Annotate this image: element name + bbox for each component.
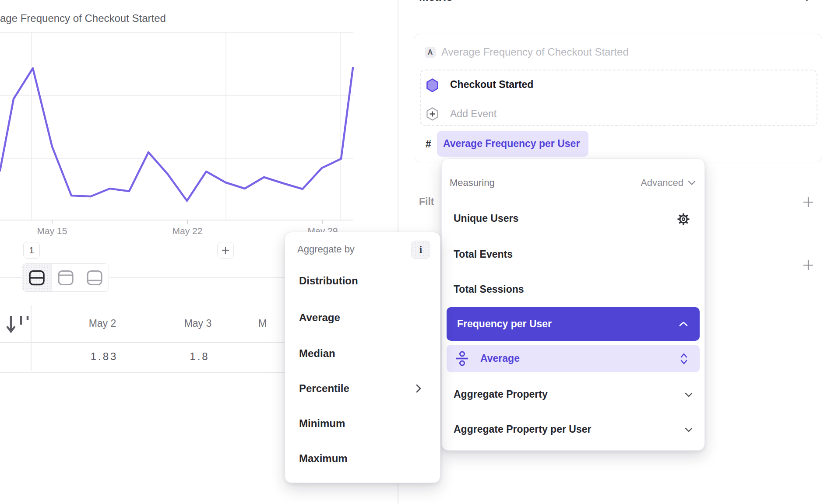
add-breakdown-button[interactable] — [803, 259, 814, 271]
menu-item-percentile[interactable]: Percentile — [299, 382, 349, 395]
chevron-down-icon[interactable] — [684, 392, 693, 398]
table-view-icon — [86, 270, 103, 286]
metric-card: A Average Frequency of Checkout Started … — [414, 34, 822, 162]
measuring-header: Measuring — [450, 177, 495, 189]
add-event-icon[interactable] — [426, 107, 439, 121]
chevron-right-icon — [416, 384, 422, 393]
split-view-icon — [28, 270, 45, 286]
add-metric-button[interactable] — [801, 0, 813, 2]
view-toggle-table[interactable] — [80, 264, 109, 291]
frequency-chart — [0, 0, 398, 238]
menu-item-frequency-per-user[interactable]: Frequency per User — [447, 307, 700, 341]
menu-item-maximum[interactable]: Maximum — [299, 452, 348, 465]
chevron-down-icon — [688, 180, 696, 186]
event-group-card: Checkout Started Add Event — [420, 70, 817, 126]
advanced-label: Advanced — [641, 177, 683, 189]
measurement-dropdown[interactable]: Average Frequency per User — [437, 131, 588, 157]
add-filter-button[interactable] — [803, 196, 814, 208]
table-cell-summary: 1.9 — [0, 350, 19, 363]
sort-descending-icon[interactable] — [4, 314, 32, 334]
menu-item-total-sessions[interactable]: Total Sessions — [454, 284, 524, 295]
table-header-may2[interactable]: May 2 — [53, 318, 152, 329]
x-tick-label: May 22 — [166, 226, 208, 236]
table-header-may3[interactable]: May 3 — [148, 318, 248, 329]
gear-icon[interactable] — [677, 213, 690, 226]
analytics-app: age Frequency of Checkout Started May 15… — [0, 0, 831, 504]
table-cell-may3: 1.8 — [150, 350, 250, 363]
menu-item-distribution[interactable]: Distribution — [299, 275, 358, 287]
selected-item-label: Frequency per User — [457, 318, 552, 330]
add-annotation-button[interactable] — [217, 242, 234, 259]
menu-item-aggregate-property[interactable]: Aggregate Property — [454, 388, 548, 400]
advanced-mode-toggle[interactable]: Advanced — [641, 177, 696, 189]
menu-item-average[interactable]: Average — [299, 312, 340, 324]
info-glyph: i — [419, 244, 422, 256]
view-toggle-split[interactable] — [22, 264, 51, 291]
table-column-divider — [31, 305, 32, 371]
filter-section-heading: Filt — [419, 196, 434, 208]
table-cell-may2: 1.83 — [54, 350, 154, 363]
view-toggle-group — [22, 263, 109, 292]
series-count-label: 1 — [29, 245, 34, 256]
event-hexagon-icon — [426, 78, 439, 92]
menu-item-minimum[interactable]: Minimum — [299, 417, 345, 430]
menu-item-total-events[interactable]: Total Events — [454, 248, 513, 260]
aggregate-by-header: Aggregate by — [297, 244, 355, 255]
view-toggle-chart[interactable] — [51, 264, 80, 291]
x-tick-label: May 15 — [31, 226, 73, 236]
chevron-down-icon[interactable] — [684, 427, 693, 433]
add-event-button[interactable]: Add Event — [450, 108, 496, 120]
metric-name-input[interactable]: Average Frequency of Checkout Started — [441, 46, 629, 58]
menu-item-aggregate-property-per-user[interactable]: Aggregate Property per User — [454, 424, 591, 435]
chart-view-icon — [57, 270, 74, 286]
menu-item-median[interactable]: Median — [299, 347, 335, 360]
plus-icon — [221, 246, 230, 255]
sub-item-label: Average — [480, 353, 520, 364]
frequency-line-series[interactable] — [0, 68, 353, 201]
measurement-label: Average Frequency per User — [443, 138, 580, 150]
event-name[interactable]: Checkout Started — [450, 79, 533, 91]
average-divide-icon — [455, 351, 469, 366]
chevron-up-icon — [679, 321, 688, 327]
metric-letter-badge: A — [425, 47, 436, 58]
chevron-up-down-icon — [680, 352, 688, 366]
measuring-dropdown-menu: Measuring Advanced Unique Users Total Ev… — [441, 158, 705, 451]
info-icon[interactable]: i — [411, 241, 430, 259]
series-count-chip[interactable]: 1 — [23, 242, 40, 259]
menu-subitem-average[interactable]: Average — [447, 345, 700, 372]
menu-item-unique-users[interactable]: Unique Users — [454, 213, 518, 224]
numeric-badge: # — [426, 138, 431, 150]
metric-section-heading: Metric — [419, 0, 453, 4]
aggregate-by-dropdown-menu: Aggregate by i Distribution Average Medi… — [285, 232, 440, 483]
